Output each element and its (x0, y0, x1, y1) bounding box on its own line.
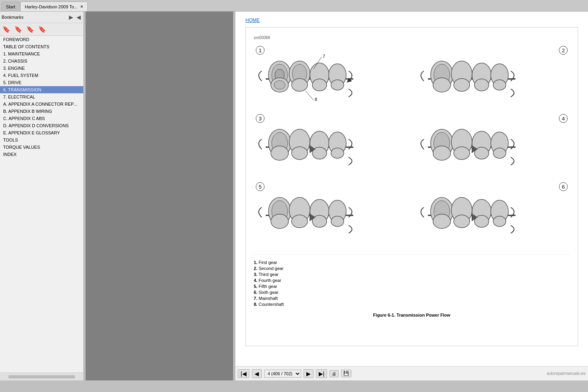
next-page-btn[interactable]: ▶ (304, 369, 314, 378)
tab-start-label: Start (6, 4, 15, 9)
legend-item-8: 8. Countershaft (254, 302, 570, 307)
sidebar-nav-left-btn[interactable]: ◀ (76, 13, 82, 21)
legend-item-1: 1. First gear (254, 260, 570, 265)
bookmark-icon-1[interactable]: 🔖 (2, 25, 11, 34)
nav-fuel[interactable]: 4. FUEL SYSTEM (0, 72, 83, 79)
gear-number-2: 2 (559, 46, 568, 55)
main-layout: Bookmarks ▶ ◀ 🔖 🔖 🔖 🔖 FOREWORD TABLE OF … (0, 12, 588, 380)
nav-appendix-e[interactable]: E. APPENDIX E GLOSSARY (0, 129, 83, 136)
tab-close-icon[interactable]: ✕ (80, 4, 83, 9)
svg-point-24 (474, 79, 489, 91)
legend-item-5: 5. Fifth gear (254, 284, 570, 289)
gear-svg-4 (420, 121, 566, 174)
last-page-btn[interactable]: ▶| (316, 369, 327, 378)
print-btn[interactable]: 🖨 (329, 370, 339, 377)
nav-tools[interactable]: TOOLS (0, 136, 83, 144)
gear-item-6: 6 (416, 182, 570, 246)
gear-number-1: 1 (256, 46, 265, 55)
nav-engine[interactable]: 3. ENGINE (0, 65, 83, 72)
gear-number-3: 3 (256, 114, 265, 123)
save-btn[interactable]: 💾 (341, 370, 351, 377)
legend: 1. First gear 2. Second gear 3. Third ge… (254, 254, 570, 307)
nav-toc[interactable]: TABLE OF CONTENTS (0, 43, 83, 50)
svg-point-58 (331, 216, 344, 227)
bookmark-icon-4[interactable]: 🔖 (37, 25, 47, 34)
gear-number-6: 6 (559, 182, 568, 191)
svg-point-32 (292, 147, 308, 160)
nav-index[interactable]: INDEX (0, 151, 83, 158)
browser-chrome: Start Harley-Davidson 2009 To... ✕ (0, 0, 588, 12)
svg-point-5 (274, 81, 285, 89)
nav-appendix-d[interactable]: D. APPENDIX D CONVERSIONS (0, 122, 83, 129)
doc-page: sm00068 1 (245, 27, 578, 346)
watermark: autorepairmanuals.ws (547, 371, 586, 376)
figure-caption: Figure 6-1. Transmission Power Flow (254, 313, 570, 317)
gear-item-5: 5 (254, 182, 408, 246)
gear-svg-3 (258, 121, 404, 174)
svg-line-15 (306, 91, 314, 100)
legend-item-4: 4. Fourth gear (254, 278, 570, 283)
svg-point-43 (454, 147, 470, 160)
nav-appendix-b[interactable]: B. APPENDIX B WIRING (0, 108, 83, 115)
gear-item-3: 3 (254, 114, 408, 178)
svg-point-63 (433, 214, 451, 229)
bookmark-icon-2[interactable]: 🔖 (14, 25, 23, 34)
legend-item-2: 2. Second gear (254, 266, 570, 271)
svg-text:8: 8 (315, 97, 317, 102)
nav-maintenance[interactable]: 1. MAINTENANCE (0, 50, 83, 57)
tab-start[interactable]: Start (2, 2, 20, 11)
svg-point-36 (331, 148, 344, 158)
page-id: sm00068 (254, 35, 570, 40)
right-panel[interactable]: HOME sm00068 1 (235, 12, 588, 366)
page-selector[interactable]: 4 (406 / 702) (264, 370, 301, 378)
sidebar: Bookmarks ▶ ◀ 🔖 🔖 🔖 🔖 FOREWORD TABLE OF … (0, 12, 84, 380)
legend-item-3: 3. Third gear (254, 272, 570, 277)
gear-item-2: 2 (416, 46, 570, 110)
nav-drive[interactable]: 5. DRIVE (0, 79, 83, 86)
legend-item-6: 6. Sixth gear (254, 290, 570, 295)
svg-point-65 (454, 215, 470, 228)
gear-svg-6 (420, 189, 566, 242)
svg-point-20 (433, 78, 451, 92)
bottom-nav: |◀ ◀ 4 (406 / 702) ▶ ▶| 🖨 💾 autorepairma… (235, 366, 588, 380)
svg-point-8 (292, 79, 308, 91)
home-link[interactable]: HOME (245, 18, 578, 23)
gear-row-1: 1 (254, 46, 570, 110)
nav-torque[interactable]: TORQUE VALUES (0, 144, 83, 151)
svg-point-10 (312, 79, 327, 91)
gear-number-4: 4 (559, 114, 568, 123)
sidebar-icons-bar: 🔖 🔖 🔖 🔖 (0, 23, 83, 36)
sidebar-nav-right-btn[interactable]: ▶ (68, 13, 74, 21)
nav-appendix-a[interactable]: A. APPENDIX A CONNECTOR REPAIR (0, 100, 83, 108)
bookmarks-label: Bookmarks (2, 15, 24, 20)
nav-appendix-c[interactable]: C. APPENDIX C ABS (0, 115, 83, 122)
svg-point-26 (493, 80, 506, 90)
nav-chassis[interactable]: 2. CHASSIS (0, 57, 83, 65)
nav-foreword[interactable]: FOREWORD (0, 36, 83, 43)
svg-text:7: 7 (323, 54, 325, 59)
prev-page-btn[interactable]: ◀ (252, 369, 262, 378)
first-page-btn[interactable]: |◀ (238, 369, 249, 378)
gear-item-1: 1 (254, 46, 408, 110)
svg-point-54 (292, 215, 308, 228)
sidebar-nav: FOREWORD TABLE OF CONTENTS 1. MAINTENANC… (0, 36, 83, 372)
tab-active-label: Harley-Davidson 2009 To... (25, 4, 77, 9)
gear-number-5: 5 (256, 182, 265, 191)
svg-point-47 (493, 148, 506, 158)
svg-point-69 (493, 216, 506, 227)
nav-electrical[interactable]: 7. ELECTRICAL (0, 93, 83, 100)
gear-svg-5 (258, 189, 404, 242)
tab-bar: Start Harley-Davidson 2009 To... ✕ (0, 0, 588, 11)
svg-point-41 (433, 146, 451, 160)
svg-point-22 (454, 79, 470, 91)
nav-transmission[interactable]: 6. TRANSMISSION (0, 86, 83, 93)
svg-point-30 (271, 146, 288, 160)
legend-item-7: 7. Mainshaft (254, 296, 570, 301)
gear-row-3: 5 (254, 182, 570, 246)
sidebar-bottom (0, 372, 83, 380)
tab-active[interactable]: Harley-Davidson 2009 To... ✕ (20, 2, 87, 11)
svg-point-12 (331, 80, 344, 90)
gear-row-2: 3 (254, 114, 570, 178)
bookmark-icon-3[interactable]: 🔖 (25, 25, 35, 34)
gear-svg-1: 7 8 (258, 53, 404, 106)
